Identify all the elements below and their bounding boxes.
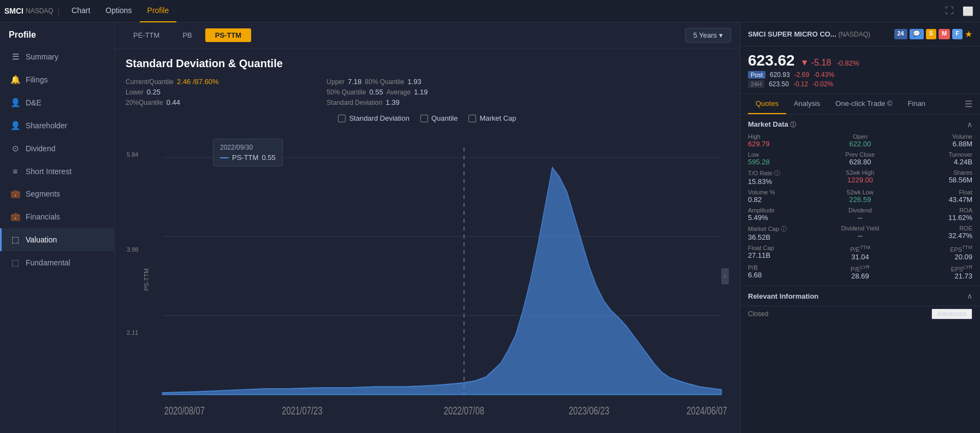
md-roe: ROE 32.47% (898, 225, 972, 241)
sidebar-item-summary[interactable]: ☰ Summary (0, 45, 114, 68)
sidebar-item-financials[interactable]: 💼 Financials (0, 205, 114, 228)
tooltip-date: 2022/09/30 (220, 144, 276, 151)
collapse-market-data-btn[interactable]: ∧ (967, 120, 972, 129)
market-data-header: Market Data ⓘ ∧ (748, 120, 972, 129)
segments-icon: 💼 (10, 189, 20, 199)
md-shares: Shares 58.56M (898, 169, 972, 186)
md-label-pb: P/B (748, 264, 758, 271)
tooltip-value: PS-TTM 0.55 (220, 153, 276, 162)
stat-current-quantile: Current/Quantile 2.46 /87.60% (126, 78, 326, 86)
checkbox-quantile[interactable] (420, 115, 428, 122)
market-data-grid: High 629.79 Open 622.00 Volume 6.88M Low… (748, 133, 972, 280)
advanced-button[interactable]: Advanced (931, 309, 972, 319)
chart-area: 5.84 3.98 2.11 PS-TTM 2022/09/30 PS-TTM … (126, 128, 729, 424)
y-label-211: 2.11 (127, 329, 138, 336)
tab-pe-ttm[interactable]: PE-TTM (123, 28, 169, 42)
badge-s: S (926, 29, 936, 39)
h24-pct: -0.02% (812, 80, 833, 88)
sidebar-label-financials: Financials (26, 212, 60, 221)
tab-analysis[interactable]: Analysis (786, 94, 828, 114)
quote-tab-more-icon[interactable]: ☰ (965, 99, 972, 109)
quote-tabs: Quotes Analysis One-click Trade © Finan … (740, 94, 980, 115)
layout-icon[interactable]: ⬜ (960, 5, 976, 17)
price-value: 623.62 (748, 52, 795, 69)
md-label-low: Low (748, 151, 759, 158)
stat-label-quantile-80: 80% Quantile (365, 78, 404, 86)
summary-icon: ☰ (10, 52, 20, 62)
md-label-dividend: Dividend (848, 207, 872, 213)
sidebar-item-fundamental[interactable]: ⬚ Fundamental (0, 251, 114, 274)
md-label-52wk-high: 52wk High (846, 169, 874, 176)
tab-quotes[interactable]: Quotes (748, 94, 786, 114)
md-label-market-cap: Market Cap ⓘ (748, 225, 787, 233)
checkbox-std-dev[interactable] (338, 115, 346, 122)
badge-m: M (939, 29, 950, 39)
md-52wk-low: 52wk Low 226.59 (823, 189, 898, 204)
stat-value-average: 1.19 (414, 88, 427, 96)
badge-24: 24 (894, 29, 907, 39)
tab-pb[interactable]: PB (173, 28, 201, 42)
dne-icon: 👤 (10, 98, 20, 108)
md-market-cap: Market Cap ⓘ 36.52B (748, 225, 823, 241)
price-change: ▼ -5.18 (800, 58, 831, 68)
sidebar-title: Profile (0, 22, 114, 45)
stat-std-dev: Standard Deviation 1.39 (326, 98, 527, 106)
md-prev-close: Prev Close 628.80 (823, 151, 898, 166)
sidebar-item-shareholder[interactable]: 👤 Shareholder (0, 114, 114, 137)
star-icon[interactable]: ★ (965, 29, 972, 39)
sidebar-item-dividend[interactable]: ⊙ Dividend (0, 137, 114, 160)
stat-label-quantile-20: 20%Quantile (126, 99, 163, 106)
md-value-float: 43.47M (949, 195, 972, 204)
sidebar-item-short-interest[interactable]: ≡ Short Interest (0, 160, 114, 182)
chart-tooltip: 2022/09/30 PS-TTM 0.55 (213, 139, 283, 167)
checkbox-market-cap[interactable] (468, 115, 476, 122)
sidebar-item-valuation[interactable]: ⬚ Valuation (0, 228, 114, 251)
sidebar-label-fundamental: Fundamental (26, 258, 70, 267)
price-post: Post 620.93 -2.69 -0.43% (748, 71, 972, 79)
legend-market-cap[interactable]: Market Cap (468, 114, 516, 122)
legend-quantile[interactable]: Quantile (420, 114, 458, 122)
legend-label-market-cap: Market Cap (479, 114, 516, 122)
stat-value-upper: 7.18 (348, 78, 361, 86)
nav-options[interactable]: Options (98, 0, 139, 22)
sidebar-label-shareholder: Shareholder (26, 121, 67, 130)
collapse-relevant-btn[interactable]: ∧ (967, 292, 972, 300)
md-high: High 629.79 (748, 133, 823, 148)
md-value-to-rate: 15.83% (748, 177, 772, 186)
relevant-section: Relevant Information ∧ (740, 286, 980, 306)
status-label: Closed (748, 310, 768, 318)
chart-title: Standard Deviation & Quantile (126, 57, 729, 70)
stat-lower: Lower 0.25 (126, 88, 326, 96)
right-icons: 24 💬 S M F ★ (894, 29, 973, 39)
scroll-handle[interactable]: › (721, 268, 729, 284)
tab-finan[interactable]: Finan (900, 94, 934, 114)
badge-chat: 💬 (910, 29, 924, 39)
h24-price: 623.50 (769, 80, 789, 88)
nav-chart[interactable]: Chart (64, 0, 98, 22)
period-selector[interactable]: 5 Years ▾ (685, 28, 731, 43)
sidebar: Profile ☰ Summary 🔔 Filings 👤 D&E 👤 Shar… (0, 22, 115, 433)
sidebar-item-segments[interactable]: 💼 Segments (0, 182, 114, 205)
sidebar-item-dne[interactable]: 👤 D&E (0, 91, 114, 114)
sidebar-item-filings[interactable]: 🔔 Filings (0, 68, 114, 91)
post-badge: Post (748, 71, 765, 79)
sidebar-label-short-interest: Short Interest (26, 167, 72, 176)
legend-std-dev[interactable]: Standard Deviation (338, 114, 409, 122)
md-label-prev-close: Prev Close (846, 151, 875, 158)
tab-ps-ttm[interactable]: PS-TTM (205, 28, 251, 42)
sidebar-label-valuation: Valuation (26, 235, 57, 244)
md-label-pe-ttm: P/ETTM (850, 245, 870, 253)
exchange-label: NASDAQ (26, 7, 54, 15)
md-volume-pct: Volume % 0.82 (748, 189, 823, 204)
md-open: Open 622.00 (823, 133, 898, 148)
dividend-icon: ⊙ (10, 144, 20, 153)
tab-one-click-trade[interactable]: One-click Trade © (828, 94, 900, 114)
svg-text:2020/08/07: 2020/08/07 (164, 405, 205, 417)
md-eps-lyr: EPSLYR 21.73 (898, 264, 972, 281)
stat-label-current-quantile: Current/Quantile (126, 78, 174, 86)
nav-profile[interactable]: Profile (140, 0, 177, 22)
md-value-float-cap: 27.11B (748, 251, 770, 259)
divider: | (58, 7, 60, 15)
md-pe-lyr: P/ELYR 28.69 (823, 264, 898, 281)
expand-icon[interactable]: ⛶ (943, 5, 956, 17)
